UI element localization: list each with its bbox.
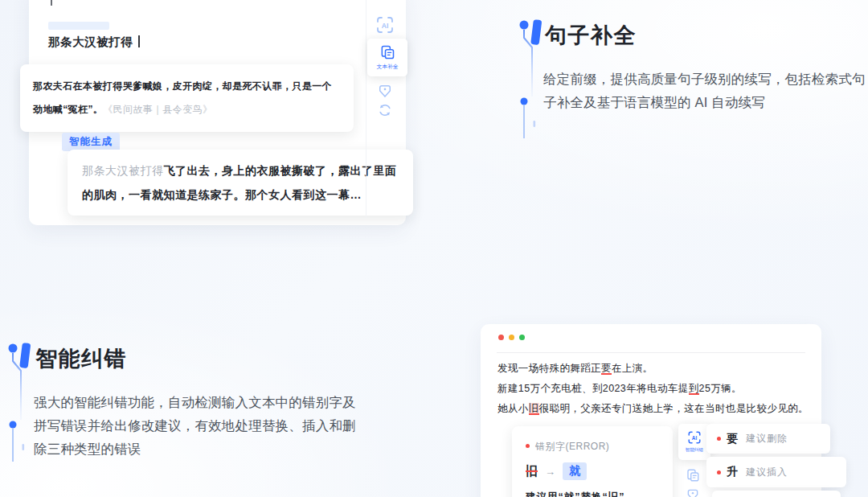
generated-prefix: 那条大汉被打得 <box>82 164 164 177</box>
ai-scan-icon: AI <box>687 430 702 445</box>
correction-text-line: 她从小旧很聪明，父亲还专门送她上学，这在当时也是比较少见的。 <box>497 399 814 419</box>
arrow-icon: → <box>545 466 555 478</box>
tool-text-completion-button[interactable]: 文本补全 <box>367 39 407 76</box>
document-tool-button[interactable] <box>683 466 702 484</box>
window-close-dot[interactable] <box>498 335 504 340</box>
refresh-tool-button[interactable] <box>375 101 395 120</box>
tool-smart-correction-button[interactable]: AI 智能纠错 <box>678 424 710 460</box>
svg-text:AI: AI <box>692 435 698 441</box>
document-icon <box>686 468 700 483</box>
tag-icon <box>686 487 700 497</box>
error-type-row: 错别字(ERROR) <box>526 438 659 454</box>
typed-text: 那条大汉被打得 <box>48 35 133 48</box>
decorative-circuit-line <box>516 18 545 140</box>
replacement-chip[interactable]: 就 <box>563 462 587 480</box>
window-maximize-dot[interactable] <box>519 335 525 340</box>
svg-text:AI: AI <box>382 22 389 30</box>
ai-detect-button[interactable]: AI <box>375 14 395 35</box>
ai-generated-badge: 智能生成 <box>62 133 120 151</box>
error-detail-popup: 错别字(ERROR) 旧 → 就 建议用“就”替换“旧” <box>512 426 673 497</box>
completion-demo-card: 那条大汉被打得 那农夫石在本被打得哭爹喊娘，皮开肉绽，却是死不认罪，只是一个劲地… <box>29 0 406 225</box>
suggestion-char: 要 <box>727 432 738 446</box>
header-divider <box>497 352 805 353</box>
marked-error-char[interactable]: 到 <box>689 383 699 395</box>
suggestion-text: 建议用“就”替换“旧” <box>526 491 659 497</box>
feature-description: 强大的智能纠错功能，自动检测输入文本中的错别字及拼写错误并给出修改建议，有效地处… <box>34 391 365 461</box>
retrieved-sentence-popup[interactable]: 那农夫石在本被打得哭爹喊娘，皮开肉绽，却是死不认罪，只是一个劲地喊“冤枉”。《民… <box>20 64 354 132</box>
document-completion-icon <box>379 44 395 60</box>
correction-text-body[interactable]: 发现一场特殊的舞蹈正要在上演。新建15万个充电桩、到2023年将电动车提到25万… <box>497 359 814 419</box>
suggestion-card-partial[interactable] <box>712 491 841 497</box>
tag-icon <box>377 83 393 99</box>
text-cursor <box>138 35 140 47</box>
feature-title-sentence-completion: 句子补全 <box>545 21 637 50</box>
error-dot <box>526 444 530 448</box>
error-dot <box>717 470 721 474</box>
text-selection-highlight <box>48 22 109 30</box>
replacement-row: 旧 → 就 <box>526 462 659 480</box>
suggestion-action: 建议插入 <box>746 466 788 479</box>
editor-input-line[interactable]: 那条大汉被打得 <box>48 35 140 50</box>
generated-sentence-popup[interactable]: 那条大汉被打得飞了出去，身上的衣服被撕破了，露出了里面的肌肉，一看就知道是练家子… <box>68 150 413 216</box>
feature-title-smart-correction: 智能纠错 <box>35 344 127 373</box>
tag-tool-button[interactable] <box>683 486 702 497</box>
ai-scan-icon: AI <box>375 15 395 35</box>
correction-text-line: 发现一场特殊的舞蹈正要在上演。 <box>497 359 814 379</box>
toolbar-divider <box>366 0 366 219</box>
window-controls <box>498 335 525 340</box>
tool-label: 文本补全 <box>376 63 398 70</box>
window-minimize-dot[interactable] <box>509 335 514 340</box>
error-dot <box>717 437 721 441</box>
retrieved-source: 《民间故事｜县令变鸟》 <box>103 104 212 115</box>
marked-error-char[interactable]: 旧 <box>529 403 539 415</box>
suggestion-action: 建议删除 <box>746 432 788 446</box>
tool-label: 智能纠错 <box>686 446 703 453</box>
suggestion-card-insert[interactable]: 升 建议插入 <box>706 457 846 487</box>
refresh-icon <box>377 102 393 118</box>
marked-error-char[interactable]: 要 <box>601 363 612 375</box>
feature-description: 给定前缀，提供高质量句子级别的续写，包括检索式句子补全及基于语言模型的 AI 自… <box>543 68 868 114</box>
error-type-label: 错别字(ERROR) <box>535 441 609 452</box>
suggestion-card-delete[interactable]: 要 建议删除 <box>706 424 830 454</box>
correction-demo-card: 发现一场特殊的舞蹈正要在上演。新建15万个充电桩、到2023年将电动车提到25万… <box>481 324 821 497</box>
tag-tool-button[interactable] <box>375 81 395 101</box>
decorative-circuit-line <box>5 341 34 463</box>
correction-text-line: 新建15万个充电桩、到2023年将电动车提到25万辆。 <box>497 379 814 399</box>
clipped-text-fragment <box>51 0 52 6</box>
suggestion-char: 升 <box>727 465 738 479</box>
wrong-character: 旧 <box>526 464 538 479</box>
